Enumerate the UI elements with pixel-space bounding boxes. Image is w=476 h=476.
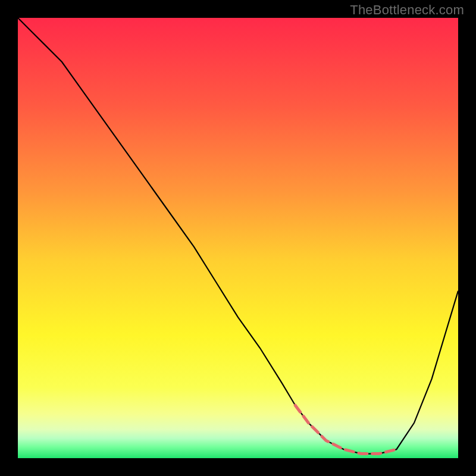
plot-area	[18, 18, 458, 458]
heatmap-background	[18, 18, 458, 458]
chart-frame: TheBottleneck.com	[0, 0, 476, 476]
watermark-label: TheBottleneck.com	[350, 2, 464, 18]
chart-canvas	[18, 18, 458, 458]
